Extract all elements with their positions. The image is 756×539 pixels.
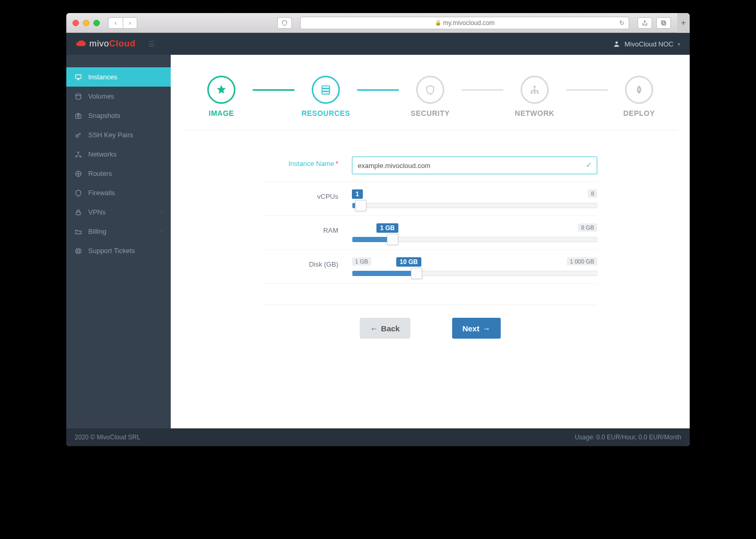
tabs-button[interactable]: [656, 17, 671, 29]
ram-max-label: 8 GB: [578, 223, 597, 232]
main-content: IMAGE RESOURCES SECURITY: [171, 55, 690, 428]
lock-icon: [75, 209, 82, 216]
camera-icon: [75, 112, 82, 119]
svg-rect-15: [322, 86, 330, 89]
brand-text-1: mivo: [89, 39, 109, 49]
svg-rect-16: [322, 89, 330, 91]
step-network[interactable]: NETWORK: [503, 76, 566, 117]
step-label: IMAGE: [209, 109, 234, 117]
chevron-left-icon: ‹: [161, 229, 162, 234]
footer-usage: Usage: 0.0 EUR/Hour, 0.0 EUR/Month: [575, 434, 681, 441]
maximize-window-button[interactable]: [93, 20, 100, 26]
slider-thumb[interactable]: [387, 234, 398, 245]
sidebar-item-firewalls[interactable]: Firewalls: [66, 183, 171, 202]
vcpus-label: vCPUs: [263, 189, 352, 200]
reload-icon[interactable]: ↻: [619, 19, 624, 27]
svg-rect-5: [76, 114, 81, 118]
traffic-lights: [73, 20, 100, 26]
slider-fill: [352, 203, 355, 208]
slider-thumb[interactable]: [355, 200, 367, 211]
network-icon: [75, 151, 82, 158]
disk-min-label: 1 GB: [352, 257, 371, 266]
sidebar-item-label: Routers: [88, 170, 112, 177]
instance-name-input[interactable]: [352, 157, 597, 174]
instance-name-label: Instance Name*: [263, 157, 352, 167]
rocket-icon: [625, 76, 653, 104]
shield-icon: [75, 189, 82, 197]
svg-point-6: [77, 115, 79, 117]
lock-icon: 🔒: [435, 20, 441, 26]
next-button[interactable]: Next →: [452, 318, 501, 339]
svg-point-8: [78, 151, 79, 152]
sidebar-item-support[interactable]: Support Tickets: [66, 241, 171, 260]
server-icon: [312, 76, 340, 104]
sidebar-item-networks[interactable]: Networks: [66, 145, 171, 164]
browser-chrome: ‹ › 🔒 my.mivocloud.com ↻ +: [66, 13, 690, 33]
arrow-right-icon: →: [482, 324, 490, 333]
step-connector: [566, 89, 608, 91]
sidebar-item-snapshots[interactable]: Snapshots: [66, 106, 171, 125]
share-button[interactable]: [637, 17, 652, 29]
user-icon: [613, 40, 620, 47]
shield-icon: [416, 76, 444, 104]
disk-label: Disk (GB): [263, 257, 352, 268]
folder-icon: [75, 228, 82, 235]
divider: [183, 130, 677, 130]
wizard-actions: ← Back Next →: [263, 305, 597, 339]
user-menu[interactable]: MivoCloud NOC ▾: [613, 40, 680, 48]
svg-point-7: [76, 135, 78, 137]
vcpus-slider[interactable]: 1 8: [352, 189, 597, 208]
svg-rect-21: [537, 92, 538, 93]
row-vcpus: vCPUs 1 8: [263, 182, 597, 216]
close-window-button[interactable]: [73, 20, 79, 26]
sidebar-item-label: Billing: [88, 227, 107, 235]
minimize-window-button[interactable]: [83, 20, 89, 26]
menu-toggle-icon[interactable]: ☰: [148, 40, 155, 48]
svg-point-2: [616, 41, 618, 44]
new-tab-button[interactable]: +: [677, 13, 690, 33]
footer-copyright: 2020 © MivoCloud SRL: [75, 434, 140, 441]
check-icon: ✓: [586, 161, 592, 169]
step-deploy[interactable]: DEPLOY: [608, 76, 670, 117]
privacy-shield-button[interactable]: [277, 17, 292, 29]
vcpus-max-label: 8: [588, 189, 597, 198]
resources-form: Instance Name* ✓ vCPUs: [263, 149, 597, 339]
sidebar-item-instances[interactable]: Instances: [66, 67, 171, 87]
sidebar-item-routers[interactable]: Routers: [66, 164, 171, 183]
key-icon: [75, 131, 82, 139]
step-resources[interactable]: RESOURCES: [294, 76, 357, 117]
sidebar-item-volumes[interactable]: Volumes: [66, 87, 171, 106]
ram-slider[interactable]: 1 GB 8 GB: [352, 223, 597, 242]
brand-logo[interactable]: mivoCloud: [76, 39, 136, 49]
sidebar-item-label: Firewalls: [88, 189, 115, 197]
sidebar-item-vpns[interactable]: VPNs ‹: [66, 202, 171, 222]
forward-nav-button[interactable]: ›: [123, 17, 137, 29]
address-bar[interactable]: 🔒 my.mivocloud.com ↻: [300, 17, 629, 29]
back-button[interactable]: ← Back: [360, 318, 410, 339]
disk-slider[interactable]: 1 GB 10 GB 1 000 GB: [352, 257, 597, 276]
app-header: mivoCloud ☰ MivoCloud NOC ▾: [66, 33, 690, 55]
chevron-down-icon: ▾: [678, 41, 680, 47]
step-image[interactable]: IMAGE: [190, 76, 253, 117]
svg-rect-20: [534, 92, 535, 93]
back-nav-button[interactable]: ‹: [108, 17, 123, 29]
slider-fill: [352, 237, 387, 242]
step-security[interactable]: SECURITY: [399, 76, 462, 117]
slider-thumb[interactable]: [411, 268, 422, 279]
sidebar-item-ssh-keys[interactable]: SSH Key Pairs: [66, 125, 171, 145]
router-icon: [75, 170, 82, 177]
star-icon: [207, 76, 235, 104]
row-ram: RAM 1 GB 8 GB: [263, 216, 597, 250]
app-footer: 2020 © MivoCloud SRL Usage: 0.0 EUR/Hour…: [66, 428, 690, 446]
step-label: NETWORK: [515, 109, 554, 117]
sidebar-item-billing[interactable]: Billing ‹: [66, 222, 171, 241]
sidebar-item-label: Instances: [88, 73, 117, 81]
sidebar-item-label: Networks: [88, 150, 116, 158]
monitor-icon: [75, 74, 82, 81]
svg-rect-0: [662, 21, 665, 24]
svg-rect-19: [531, 92, 533, 93]
logo-icon: [76, 40, 86, 48]
sidebar-item-label: SSH Key Pairs: [88, 131, 133, 139]
ram-label: RAM: [263, 223, 352, 234]
row-instance-name: Instance Name* ✓: [263, 149, 597, 182]
